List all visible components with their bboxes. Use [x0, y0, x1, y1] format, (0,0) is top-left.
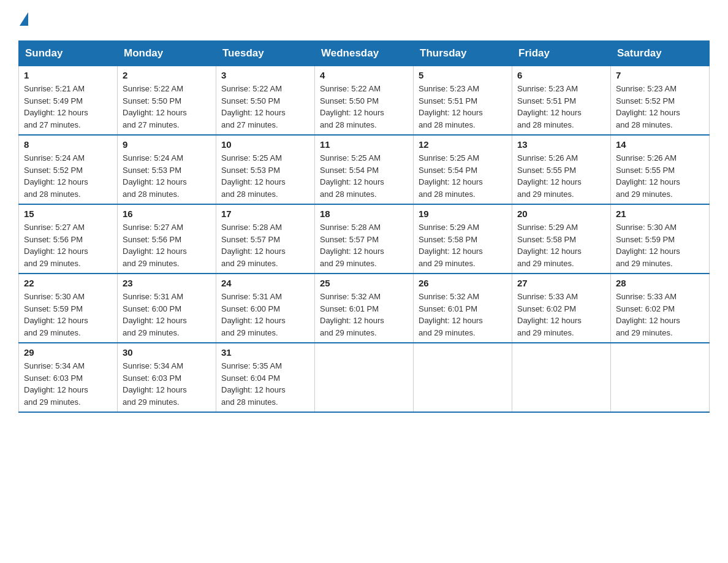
day-info: Sunrise: 5:30 AMSunset: 5:59 PMDaylight:…: [24, 292, 88, 337]
calendar-cell: 24 Sunrise: 5:31 AMSunset: 6:00 PMDaylig…: [216, 274, 315, 343]
calendar-cell: 14 Sunrise: 5:26 AMSunset: 5:55 PMDaylig…: [611, 135, 710, 204]
day-info: Sunrise: 5:22 AMSunset: 5:50 PMDaylight:…: [123, 84, 187, 129]
calendar-cell: 12 Sunrise: 5:25 AMSunset: 5:54 PMDaylig…: [414, 135, 512, 204]
calendar-cell: [512, 343, 611, 412]
day-info: Sunrise: 5:28 AMSunset: 5:57 PMDaylight:…: [221, 223, 286, 268]
day-number: 3: [221, 70, 309, 80]
calendar-cell: 27 Sunrise: 5:33 AMSunset: 6:02 PMDaylig…: [512, 274, 611, 343]
calendar-cell: 19 Sunrise: 5:29 AMSunset: 5:58 PMDaylig…: [414, 204, 512, 274]
day-number: 28: [616, 278, 704, 288]
calendar-cell: 4 Sunrise: 5:22 AMSunset: 5:50 PMDayligh…: [315, 66, 414, 136]
calendar-cell: 18 Sunrise: 5:28 AMSunset: 5:57 PMDaylig…: [315, 204, 414, 274]
day-number: 10: [221, 139, 309, 150]
calendar-cell: [611, 343, 710, 412]
calendar-cell: 30 Sunrise: 5:34 AMSunset: 6:03 PMDaylig…: [118, 343, 216, 412]
day-number: 21: [616, 209, 704, 219]
day-number: 4: [320, 70, 408, 80]
weekday-header-wednesday: Wednesday: [315, 41, 414, 66]
day-info: Sunrise: 5:25 AMSunset: 5:54 PMDaylight:…: [419, 153, 483, 199]
weekday-header-saturday: Saturday: [611, 41, 710, 66]
day-number: 11: [320, 139, 408, 150]
calendar-cell: 11 Sunrise: 5:25 AMSunset: 5:54 PMDaylig…: [315, 135, 414, 204]
day-info: Sunrise: 5:23 AMSunset: 5:51 PMDaylight:…: [419, 84, 483, 129]
calendar-cell: 21 Sunrise: 5:30 AMSunset: 5:59 PMDaylig…: [611, 204, 710, 274]
calendar-cell: 1 Sunrise: 5:21 AMSunset: 5:49 PMDayligh…: [19, 66, 118, 136]
calendar-cell: 16 Sunrise: 5:27 AMSunset: 5:56 PMDaylig…: [118, 204, 216, 274]
page-header: [18, 12, 710, 28]
day-info: Sunrise: 5:27 AMSunset: 5:56 PMDaylight:…: [123, 223, 187, 268]
day-number: 19: [419, 209, 507, 219]
calendar-cell: 26 Sunrise: 5:32 AMSunset: 6:01 PMDaylig…: [414, 274, 512, 343]
day-info: Sunrise: 5:31 AMSunset: 6:00 PMDaylight:…: [221, 292, 286, 337]
day-info: Sunrise: 5:34 AMSunset: 6:03 PMDaylight:…: [123, 361, 187, 407]
weekday-header-row: SundayMondayTuesdayWednesdayThursdayFrid…: [19, 41, 710, 66]
day-info: Sunrise: 5:24 AMSunset: 5:53 PMDaylight:…: [123, 153, 187, 199]
calendar-cell: 5 Sunrise: 5:23 AMSunset: 5:51 PMDayligh…: [414, 66, 512, 136]
day-number: 27: [517, 278, 605, 288]
day-number: 29: [24, 347, 112, 358]
day-info: Sunrise: 5:26 AMSunset: 5:55 PMDaylight:…: [517, 153, 582, 199]
logo: [18, 12, 28, 28]
week-row-4: 22 Sunrise: 5:30 AMSunset: 5:59 PMDaylig…: [19, 274, 710, 343]
day-info: Sunrise: 5:22 AMSunset: 5:50 PMDaylight:…: [221, 84, 286, 129]
day-info: Sunrise: 5:23 AMSunset: 5:52 PMDaylight:…: [616, 84, 680, 129]
day-info: Sunrise: 5:26 AMSunset: 5:55 PMDaylight:…: [616, 153, 680, 199]
calendar-cell: 23 Sunrise: 5:31 AMSunset: 6:00 PMDaylig…: [118, 274, 216, 343]
day-number: 17: [221, 209, 309, 219]
day-number: 1: [24, 70, 112, 80]
day-number: 18: [320, 209, 408, 219]
calendar-cell: [414, 343, 512, 412]
day-info: Sunrise: 5:29 AMSunset: 5:58 PMDaylight:…: [517, 223, 582, 268]
calendar-table: SundayMondayTuesdayWednesdayThursdayFrid…: [18, 40, 710, 413]
day-info: Sunrise: 5:34 AMSunset: 6:03 PMDaylight:…: [24, 361, 88, 407]
weekday-header-tuesday: Tuesday: [216, 41, 315, 66]
day-number: 8: [24, 139, 112, 150]
weekday-header-sunday: Sunday: [19, 41, 118, 66]
calendar-cell: 6 Sunrise: 5:23 AMSunset: 5:51 PMDayligh…: [512, 66, 611, 136]
day-number: 22: [24, 278, 112, 288]
day-number: 6: [517, 70, 605, 80]
day-info: Sunrise: 5:29 AMSunset: 5:58 PMDaylight:…: [419, 223, 483, 268]
day-info: Sunrise: 5:32 AMSunset: 6:01 PMDaylight:…: [419, 292, 483, 337]
day-info: Sunrise: 5:33 AMSunset: 6:02 PMDaylight:…: [517, 292, 582, 337]
day-info: Sunrise: 5:30 AMSunset: 5:59 PMDaylight:…: [616, 223, 680, 268]
week-row-1: 1 Sunrise: 5:21 AMSunset: 5:49 PMDayligh…: [19, 66, 710, 136]
day-info: Sunrise: 5:22 AMSunset: 5:50 PMDaylight:…: [320, 84, 384, 129]
day-number: 24: [221, 278, 309, 288]
weekday-header-monday: Monday: [118, 41, 216, 66]
day-number: 16: [123, 209, 211, 219]
calendar-cell: 25 Sunrise: 5:32 AMSunset: 6:01 PMDaylig…: [315, 274, 414, 343]
calendar-cell: 22 Sunrise: 5:30 AMSunset: 5:59 PMDaylig…: [19, 274, 118, 343]
calendar-cell: 7 Sunrise: 5:23 AMSunset: 5:52 PMDayligh…: [611, 66, 710, 136]
day-number: 7: [616, 70, 704, 80]
day-info: Sunrise: 5:28 AMSunset: 5:57 PMDaylight:…: [320, 223, 384, 268]
day-number: 9: [123, 139, 211, 150]
calendar-cell: 3 Sunrise: 5:22 AMSunset: 5:50 PMDayligh…: [216, 66, 315, 136]
calendar-cell: 31 Sunrise: 5:35 AMSunset: 6:04 PMDaylig…: [216, 343, 315, 412]
day-info: Sunrise: 5:31 AMSunset: 6:00 PMDaylight:…: [123, 292, 187, 337]
day-number: 12: [419, 139, 507, 150]
day-info: Sunrise: 5:32 AMSunset: 6:01 PMDaylight:…: [320, 292, 384, 337]
day-number: 20: [517, 209, 605, 219]
day-number: 23: [123, 278, 211, 288]
day-number: 26: [419, 278, 507, 288]
calendar-cell: 8 Sunrise: 5:24 AMSunset: 5:52 PMDayligh…: [19, 135, 118, 204]
calendar-cell: 28 Sunrise: 5:33 AMSunset: 6:02 PMDaylig…: [611, 274, 710, 343]
calendar-cell: 9 Sunrise: 5:24 AMSunset: 5:53 PMDayligh…: [118, 135, 216, 204]
weekday-header-thursday: Thursday: [414, 41, 512, 66]
week-row-3: 15 Sunrise: 5:27 AMSunset: 5:56 PMDaylig…: [19, 204, 710, 274]
day-info: Sunrise: 5:21 AMSunset: 5:49 PMDaylight:…: [24, 84, 88, 129]
day-info: Sunrise: 5:25 AMSunset: 5:53 PMDaylight:…: [221, 153, 286, 199]
calendar-cell: 29 Sunrise: 5:34 AMSunset: 6:03 PMDaylig…: [19, 343, 118, 412]
day-number: 30: [123, 347, 211, 358]
day-info: Sunrise: 5:27 AMSunset: 5:56 PMDaylight:…: [24, 223, 88, 268]
calendar-cell: 15 Sunrise: 5:27 AMSunset: 5:56 PMDaylig…: [19, 204, 118, 274]
day-info: Sunrise: 5:25 AMSunset: 5:54 PMDaylight:…: [320, 153, 384, 199]
calendar-cell: 2 Sunrise: 5:22 AMSunset: 5:50 PMDayligh…: [118, 66, 216, 136]
day-number: 2: [123, 70, 211, 80]
day-number: 5: [419, 70, 507, 80]
day-info: Sunrise: 5:24 AMSunset: 5:52 PMDaylight:…: [24, 153, 88, 199]
day-number: 31: [221, 347, 309, 358]
weekday-header-friday: Friday: [512, 41, 611, 66]
day-info: Sunrise: 5:23 AMSunset: 5:51 PMDaylight:…: [517, 84, 582, 129]
